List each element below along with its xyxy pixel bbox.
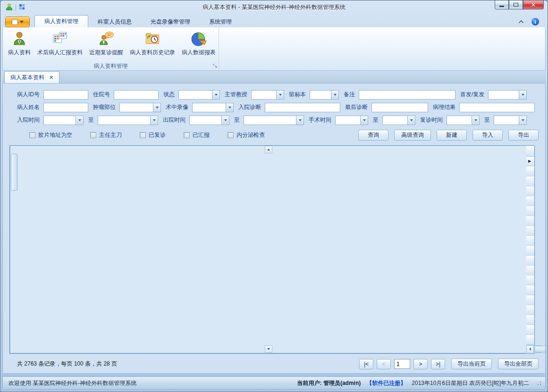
chevron-down-icon[interactable] bbox=[331, 90, 339, 100]
ribbon-button-0[interactable]: 病人资料 bbox=[5, 29, 34, 58]
page-prev-button[interactable]: < bbox=[377, 359, 391, 369]
ribbon-tab-3[interactable]: 系统管理 bbox=[200, 16, 241, 27]
ribbon-button-4[interactable]: 病人数据报表 bbox=[178, 29, 219, 58]
resize-grip[interactable] bbox=[537, 381, 541, 385]
ribbon-collapse-icon[interactable] bbox=[518, 20, 524, 24]
scroll-down-icon[interactable] bbox=[265, 345, 272, 353]
chevron-down-icon[interactable] bbox=[519, 116, 527, 125]
ribbon-tab-0[interactable]: 病人资料管理 bbox=[34, 15, 88, 27]
row-selector[interactable]: 12 bbox=[526, 266, 534, 275]
info-icon[interactable]: i bbox=[531, 18, 539, 25]
tab-close-icon[interactable]: ✕ bbox=[49, 75, 53, 81]
chevron-down-icon[interactable] bbox=[226, 103, 234, 112]
chevron-down-icon[interactable] bbox=[407, 116, 415, 125]
row-selector[interactable]: 3 bbox=[526, 176, 534, 186]
admission-date-from-combo[interactable] bbox=[43, 116, 84, 125]
pathology-result-input[interactable] bbox=[459, 103, 535, 112]
minimize-button[interactable] bbox=[495, 0, 509, 9]
chevron-down-icon[interactable] bbox=[519, 90, 527, 100]
chevron-down-icon[interactable] bbox=[221, 116, 229, 125]
ribbon-button-2[interactable]: 近期复诊提醒 bbox=[86, 29, 126, 58]
scroll-up-icon[interactable] bbox=[265, 146, 272, 153]
app-menu-button[interactable] bbox=[5, 17, 30, 27]
page-last-button[interactable]: >| bbox=[431, 359, 445, 369]
table-row[interactable]: 52843归档女37岁1976-05-27676365ZA38417032013… bbox=[526, 196, 534, 206]
advanced-query-button[interactable]: 高级查询 bbox=[394, 130, 431, 141]
specimen-kept-combo[interactable] bbox=[310, 90, 339, 100]
admission-date-to-combo[interactable] bbox=[98, 116, 158, 125]
followed-up-checkbox[interactable]: 已复诊 bbox=[140, 131, 166, 139]
chief-professor-combo[interactable] bbox=[251, 90, 284, 100]
horizontal-scrollbar-thumb[interactable] bbox=[534, 346, 546, 352]
reported-checkbox[interactable]: 已汇报 bbox=[184, 131, 210, 139]
table-row[interactable]: 192829出院无男8岁2005-07-26670895ZA4478471201… bbox=[526, 335, 534, 345]
chevron-down-icon[interactable] bbox=[212, 90, 220, 100]
close-button[interactable]: ✕ bbox=[523, 0, 544, 9]
row-selector[interactable]: 9 bbox=[526, 236, 534, 246]
status-combo[interactable] bbox=[178, 90, 220, 100]
table-row[interactable]: 82840未汇报有男18岁1995-01-21643332ZA414306620… bbox=[526, 226, 534, 236]
ribbon-button-3[interactable]: 病人资料历史记录 bbox=[126, 29, 178, 58]
row-selector[interactable]: 10 bbox=[526, 246, 534, 256]
tumor-site-combo[interactable] bbox=[119, 103, 161, 112]
row-selector[interactable]: 17 bbox=[526, 315, 534, 325]
discharge-date-to-combo[interactable] bbox=[244, 116, 304, 125]
page-number-input[interactable] bbox=[394, 359, 410, 369]
table-row[interactable]: 152833归档无女20岁1993-07-0765944633748475201… bbox=[526, 295, 534, 305]
page-next-button[interactable]: > bbox=[413, 359, 428, 369]
ribbon-tab-1[interactable]: 科室人员信息 bbox=[88, 16, 141, 27]
remarks-input[interactable] bbox=[359, 90, 455, 100]
ribbon-tab-2[interactable]: 光盘录像带管理 bbox=[141, 16, 200, 27]
discharge-date-from-combo[interactable] bbox=[189, 116, 229, 125]
final-diagnosis-input[interactable] bbox=[371, 103, 428, 112]
film-address-empty-checkbox[interactable]: 胶片地址为空 bbox=[29, 131, 72, 139]
table-row[interactable]: 182830出院无女2岁2011-07-03672903ZA4444125201… bbox=[526, 325, 534, 335]
row-selector[interactable]: 13 bbox=[526, 275, 534, 285]
table-row[interactable]: 62842归档无男10岁1998-12-09367893YB0099173200… bbox=[526, 206, 534, 216]
row-selector[interactable]: 4 bbox=[526, 186, 534, 196]
horizontal-scrollbar[interactable] bbox=[526, 345, 534, 353]
row-selector[interactable]: 5 bbox=[526, 196, 534, 206]
chevron-down-icon[interactable] bbox=[472, 116, 480, 125]
row-selector[interactable]: ▶1 bbox=[526, 157, 534, 167]
admission-number-input[interactable] bbox=[114, 90, 159, 100]
export-current-page-button[interactable]: 导出当前页 bbox=[451, 359, 492, 369]
first-or-recurrence-combo[interactable] bbox=[488, 90, 527, 100]
row-selector[interactable]: 14 bbox=[526, 285, 534, 295]
intraop-video-combo[interactable] bbox=[192, 103, 234, 112]
admission-diagnosis-input[interactable] bbox=[265, 103, 340, 112]
table-row[interactable]: ▶12847出院女37岁YB00721472006-05-12左额叶胶质瘤200… bbox=[526, 157, 534, 167]
vertical-scrollbar-thumb[interactable] bbox=[11, 154, 17, 191]
new-button[interactable]: 新建 bbox=[437, 130, 467, 141]
table-row[interactable]: 72841未汇报1036蓝男7岁2006-06-26670723QA002552… bbox=[526, 216, 534, 226]
table-row[interactable]: 22846未出院女42岁1971-05-02676166339040732013… bbox=[526, 167, 534, 176]
chief-surgeon-checkbox[interactable]: 主任主刀 bbox=[90, 131, 122, 139]
row-selector[interactable]: 7 bbox=[526, 216, 534, 226]
patient-name-input[interactable] bbox=[43, 103, 88, 112]
followup-date-from-combo[interactable] bbox=[447, 116, 480, 125]
row-selector[interactable]: 16 bbox=[526, 305, 534, 315]
row-selector[interactable]: 11 bbox=[526, 256, 534, 266]
table-row[interactable]: 32845归档女45岁1968-04-16501568ZA25805442013… bbox=[526, 176, 534, 186]
chevron-down-icon[interactable] bbox=[296, 116, 304, 125]
column-header-selector[interactable] bbox=[526, 146, 534, 157]
table-row[interactable]: 132835未汇报1012蓝男9岁2004-08-13670265ZA44708… bbox=[526, 275, 534, 285]
row-selector[interactable]: 2 bbox=[526, 167, 534, 176]
endocrine-exam-checkbox[interactable]: 内分泌检查 bbox=[228, 131, 265, 139]
table-row[interactable]: 162832未汇报1517男14岁1999-07-266655183377022… bbox=[526, 305, 534, 315]
chevron-down-icon[interactable] bbox=[276, 90, 284, 100]
surgery-date-to-combo[interactable] bbox=[382, 116, 415, 125]
export-button[interactable]: 导出 bbox=[508, 130, 539, 141]
table-row[interactable]: 112837未汇报1444男22岁1991-08-13660599ZA40894… bbox=[526, 256, 534, 266]
table-row[interactable]: 122836归档1519男13岁2000-01-09665599ZA406598… bbox=[526, 266, 534, 275]
chevron-down-icon[interactable] bbox=[76, 116, 84, 125]
import-button[interactable]: 导入 bbox=[472, 130, 503, 141]
row-selector[interactable]: 8 bbox=[526, 226, 534, 236]
export-all-pages-button[interactable]: 导出全部页 bbox=[498, 359, 539, 369]
dialog-launcher-icon[interactable] bbox=[213, 63, 217, 69]
vertical-scrollbar[interactable] bbox=[10, 146, 526, 353]
row-selector[interactable]: 18 bbox=[526, 325, 534, 335]
table-row[interactable]: 172831未汇报无女3岁2010-01-30668418ZA343098120… bbox=[526, 315, 534, 325]
row-selector[interactable]: 15 bbox=[526, 295, 534, 305]
row-selector[interactable]: 6 bbox=[526, 206, 534, 216]
